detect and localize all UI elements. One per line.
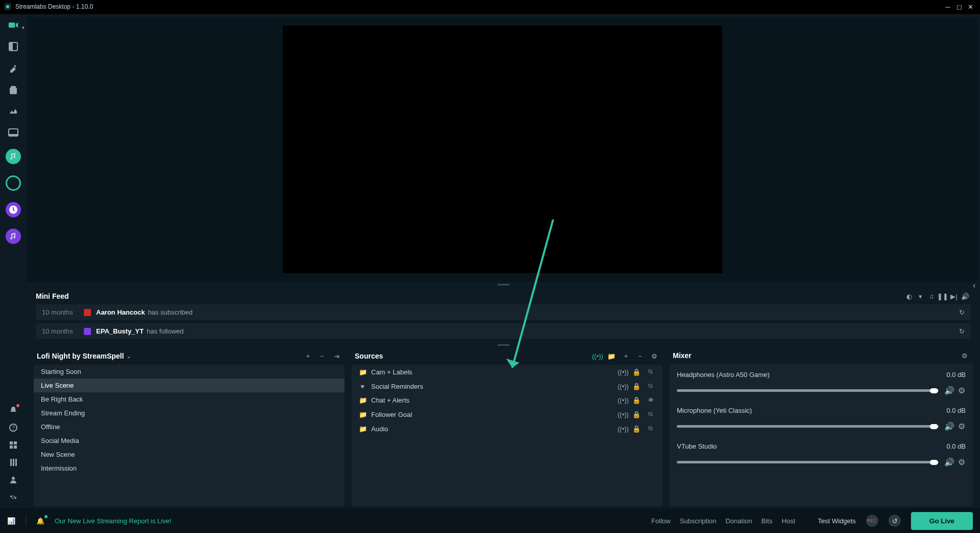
volume-slider[interactable] (677, 461, 939, 463)
sources-live-icon[interactable]: ((•)) (592, 352, 602, 360)
scene-item[interactable]: New Scene (34, 448, 345, 461)
eye-icon[interactable]: 👁 (646, 396, 655, 404)
test-widgets-button[interactable]: Test Widgets (818, 517, 856, 525)
feed-repeat-icon[interactable]: ↻ (959, 308, 965, 316)
feed-shield-icon[interactable]: ◐ (903, 293, 915, 300)
channel-settings-icon[interactable]: ⚙ (958, 457, 966, 467)
channel-settings-icon[interactable]: ⚙ (958, 386, 966, 395)
vertical-resize-handle[interactable] (27, 282, 980, 287)
record-button[interactable]: REC (866, 515, 878, 527)
feed-row[interactable]: 10 months EPA_Busty_YT has followed ↻ (36, 323, 971, 339)
scene-item[interactable]: Be Right Back (34, 392, 345, 406)
feed-volume-icon[interactable]: 🔊 (960, 293, 971, 300)
svg-rect-12 (10, 459, 12, 466)
mixer-channel-name: Headphones (Astro A50 Game) (677, 371, 946, 379)
add-scene-icon[interactable]: ＋ (303, 351, 313, 361)
editor-icon[interactable]: ▾ (8, 20, 18, 30)
mini-feed-header: Mini Feed ◐ ▾ ♫ ❚❚ ▶| 🔊 (27, 287, 980, 304)
scene-item[interactable]: Offline (34, 420, 345, 434)
lock-icon[interactable]: 🔒 (632, 425, 641, 433)
live-icon[interactable]: ((•)) (618, 411, 627, 418)
alert-subscription-button[interactable]: Subscription (680, 517, 717, 525)
volume-slider[interactable] (677, 425, 939, 428)
volume-icon[interactable]: 🔊 (944, 457, 952, 467)
folder-icon: 📁 (359, 411, 366, 418)
feed-repeat-icon[interactable]: ↻ (959, 327, 965, 335)
feed-skip-icon[interactable]: ▶| (948, 293, 960, 300)
notification-icon[interactable]: 🔔 (36, 517, 44, 525)
eye-off-icon[interactable]: ⦰ (646, 368, 655, 376)
channel-settings-icon[interactable]: ⚙ (958, 421, 966, 431)
user-icon[interactable] (8, 475, 18, 485)
plugin-music-icon[interactable] (6, 229, 21, 244)
scene-item[interactable]: Stream Ending (34, 406, 345, 420)
notification-bell-icon[interactable] (8, 405, 18, 415)
mixer-settings-icon[interactable]: ⚙ (960, 352, 970, 360)
grid-icon[interactable] (8, 440, 18, 450)
sources-settings-icon[interactable]: ⚙ (649, 352, 659, 360)
go-live-button[interactable]: Go Live (911, 512, 973, 530)
eye-off-icon[interactable]: ⦰ (646, 425, 655, 433)
volume-slider[interactable] (677, 389, 939, 392)
lock-icon[interactable]: 🔒 (632, 396, 641, 404)
alert-host-button[interactable]: Host (782, 517, 795, 525)
expand-right-panel-icon[interactable]: ‹ (973, 281, 980, 291)
appstore-icon[interactable] (8, 84, 18, 95)
mixer-channel: Microphone (Yeti Classic) 0.0 dB 🔊 ⚙ (677, 407, 966, 431)
footer-message[interactable]: Our New Live Streaming Report is Live! (55, 517, 171, 525)
mixer-channel-name: Microphone (Yeti Classic) (677, 407, 946, 414)
scenes-panel: Lofi Night by StreamSpell ⌄ ＋ − ⇥ Starti… (34, 347, 345, 506)
scheduler-icon[interactable] (8, 457, 18, 468)
preview-canvas[interactable] (283, 26, 722, 273)
feed-music-icon[interactable]: ♫ (926, 293, 937, 300)
vertical-resize-handle-2[interactable] (27, 342, 980, 347)
live-icon[interactable]: ((•)) (618, 383, 627, 390)
eye-off-icon[interactable]: ⦰ (646, 410, 655, 418)
sources-folder-icon[interactable]: 📁 (606, 352, 617, 360)
eye-off-icon[interactable]: ⦰ (646, 382, 655, 390)
volume-icon[interactable]: 🔊 (944, 421, 952, 431)
layout-icon[interactable] (8, 41, 18, 52)
highlighter-icon[interactable] (8, 127, 18, 138)
preview-area (27, 17, 978, 282)
source-item[interactable]: 📁 Cam + Labels ((•)) 🔒 ⦰ (352, 365, 663, 379)
scene-item[interactable]: Intermission (34, 461, 345, 475)
scene-item[interactable]: Starting Soon (34, 365, 345, 379)
feed-row[interactable]: 10 months Aaron Hancock has subscribed ↻ (36, 304, 971, 320)
close-button[interactable]: ✕ (965, 3, 976, 11)
lock-icon[interactable]: 🔒 (632, 368, 641, 376)
scene-item[interactable]: Live Scene (34, 379, 345, 392)
add-source-icon[interactable]: ＋ (621, 351, 631, 361)
source-item[interactable]: ♥ Social Reminders ((•)) 🔒 ⦰ (352, 379, 663, 393)
remove-scene-icon[interactable]: − (317, 352, 327, 360)
alert-follow-button[interactable]: Follow (651, 517, 671, 525)
settings-gear-icon[interactable] (8, 492, 18, 502)
volume-icon[interactable]: 🔊 (944, 386, 952, 395)
maximize-button[interactable]: ◻ (953, 3, 965, 11)
feed-filter-icon[interactable]: ▾ (915, 293, 926, 300)
lock-icon[interactable]: 🔒 (632, 411, 641, 418)
source-item[interactable]: 📁 Follower Goal ((•)) 🔒 ⦰ (352, 407, 663, 421)
live-icon[interactable]: ((•)) (618, 396, 627, 404)
lock-icon[interactable]: 🔒 (632, 383, 641, 390)
source-item[interactable]: 📁 Audio ((•)) 🔒 ⦰ (352, 421, 663, 436)
themes-icon[interactable] (8, 63, 18, 73)
scene-collection-dropdown[interactable]: Lofi Night by StreamSpell ⌄ (37, 352, 131, 360)
alert-donation-button[interactable]: Donation (725, 517, 752, 525)
transition-icon[interactable]: ⇥ (331, 352, 341, 360)
feed-pause-icon[interactable]: ❚❚ (937, 293, 948, 300)
dashboard-icon[interactable] (8, 106, 18, 116)
scene-item[interactable]: Social Media (34, 434, 345, 448)
minimize-button[interactable]: ─ (942, 3, 953, 11)
plugin-prime-icon[interactable] (3, 172, 24, 194)
alert-bits-button[interactable]: Bits (761, 517, 772, 525)
live-icon[interactable]: ((•)) (618, 368, 627, 376)
stats-icon[interactable]: 📊 (7, 517, 15, 525)
remove-source-icon[interactable]: − (635, 352, 645, 360)
replay-button[interactable]: ↺ (888, 515, 901, 527)
source-item[interactable]: 📁 Chat + Alerts ((•)) 🔒 👁 (352, 393, 663, 407)
live-icon[interactable]: ((•)) (618, 425, 627, 433)
plugin-melody-icon[interactable] (6, 149, 21, 164)
help-icon[interactable]: ? (8, 423, 18, 433)
plugin-schedule-icon[interactable] (6, 202, 21, 217)
